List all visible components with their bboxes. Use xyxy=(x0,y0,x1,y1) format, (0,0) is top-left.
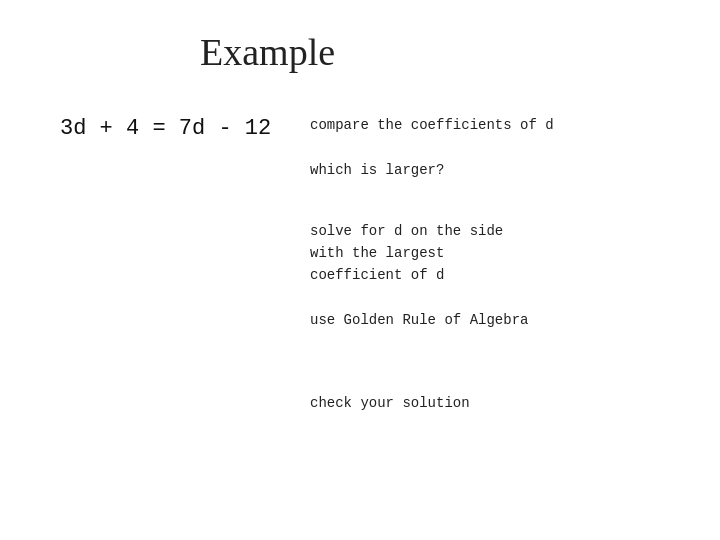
step-group-3: check your solution xyxy=(310,348,554,415)
step-line: with the largest xyxy=(310,242,554,264)
equation: 3d + 4 = 7d - 12 xyxy=(60,114,280,141)
step-group-1: compare the coefficients of d which is l… xyxy=(310,114,554,181)
step-line: solve for d on the side xyxy=(310,220,554,242)
step-group-2: solve for d on the side with the largest… xyxy=(310,197,554,331)
step-line: check your solution xyxy=(310,392,554,414)
step-line: coefficient of d xyxy=(310,264,554,286)
page: Example 3d + 4 = 7d - 12 compare the coe… xyxy=(0,0,720,540)
steps-list: compare the coefficients of d which is l… xyxy=(310,114,554,415)
step-line xyxy=(310,197,554,219)
step-line: use Golden Rule of Algebra xyxy=(310,309,554,331)
content-area: 3d + 4 = 7d - 12 compare the coefficient… xyxy=(40,114,680,415)
step-line xyxy=(310,287,554,309)
step-line xyxy=(310,136,554,158)
step-line xyxy=(310,348,554,370)
step-line: which is larger? xyxy=(310,159,554,181)
step-line xyxy=(310,370,554,392)
page-title: Example xyxy=(40,30,680,74)
step-line: compare the coefficients of d xyxy=(310,114,554,136)
